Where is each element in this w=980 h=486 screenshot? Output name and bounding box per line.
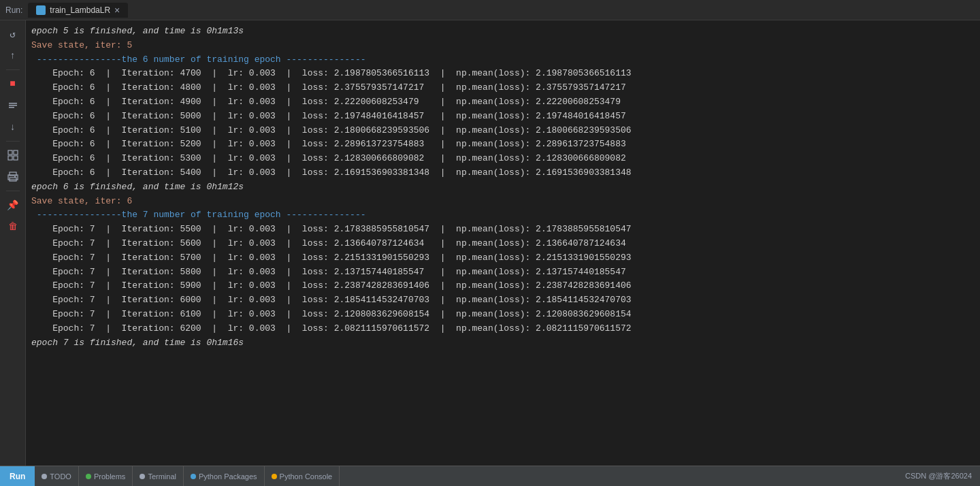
problems-tab[interactable]: Problems [79, 466, 133, 486]
tab-title: train_LambdaLR [50, 5, 110, 15]
todo-label: TODO [50, 472, 71, 481]
console-output: epoch 5 is finished, and time is 0h1m13s… [26, 20, 980, 466]
top-bar: Run: train_LambdaLR × [0, 0, 980, 20]
console-line: Epoch: 6 | Iteration: 5100 | lr: 0.003 |… [31, 124, 975, 138]
console-lines: epoch 5 is finished, and time is 0h1m13s… [31, 25, 975, 350]
sidebar: ↺ ↑ ■ ↓ 📌 🗑 [0, 20, 26, 466]
run-button[interactable]: Run [0, 466, 35, 486]
clear-icon [7, 100, 18, 111]
svg-rect-4 [14, 150, 18, 155]
terminal-tab[interactable]: Terminal [133, 466, 184, 486]
console-line: Save state, iter: 6 [31, 195, 975, 209]
delete-button[interactable]: 🗑 [3, 217, 22, 236]
sidebar-divider-1 [6, 69, 20, 70]
console-line: epoch 5 is finished, and time is 0h1m13s [31, 25, 975, 39]
active-tab[interactable]: train_LambdaLR × [28, 3, 128, 18]
layout-icon [7, 150, 18, 161]
python-packages-tab[interactable]: Python Packages [184, 466, 265, 486]
tab-close-button[interactable]: × [114, 5, 120, 15]
console-line: Epoch: 6 | Iteration: 4900 | lr: 0.003 |… [31, 95, 975, 110]
svg-rect-0 [9, 103, 17, 104]
console-line: Epoch: 7 | Iteration: 5500 | lr: 0.003 |… [31, 223, 975, 237]
terminal-label: Terminal [148, 472, 176, 481]
python-packages-label: Python Packages [199, 472, 257, 481]
console-line: Epoch: 6 | Iteration: 5200 | lr: 0.003 |… [31, 137, 975, 152]
svg-rect-6 [14, 156, 18, 160]
clear-button[interactable] [3, 96, 22, 115]
run-button-label: Run [10, 472, 25, 481]
console-line: epoch 7 is finished, and time is 0h1m16s [31, 336, 975, 351]
print-icon [7, 172, 18, 182]
todo-tab[interactable]: TODO [35, 466, 79, 486]
terminal-dot [140, 474, 145, 479]
python-console-label: Python Console [280, 472, 333, 481]
layout-button[interactable] [3, 146, 22, 165]
svg-rect-5 [8, 156, 12, 160]
console-line: Epoch: 7 | Iteration: 5800 | lr: 0.003 |… [31, 265, 975, 280]
console-line: Epoch: 6 | Iteration: 4700 | lr: 0.003 |… [31, 67, 975, 81]
pin-button[interactable]: 📌 [3, 195, 22, 214]
sidebar-divider-3 [6, 191, 20, 191]
console-line: Epoch: 7 | Iteration: 6200 | lr: 0.003 |… [31, 322, 975, 336]
todo-dot [42, 474, 47, 479]
run-label: Run: [5, 5, 22, 15]
svg-rect-10 [14, 176, 16, 178]
python-file-icon [36, 5, 46, 15]
python-console-tab[interactable]: Python Console [265, 466, 340, 486]
sidebar-divider-2 [6, 141, 20, 142]
python-console-dot [272, 474, 277, 479]
console-line: Epoch: 6 | Iteration: 5400 | lr: 0.003 |… [31, 166, 975, 180]
console-line: Epoch: 6 | Iteration: 5300 | lr: 0.003 |… [31, 152, 975, 166]
svg-rect-2 [9, 107, 14, 108]
console-line: Save state, iter: 5 [31, 39, 975, 53]
console-line: ----------------the 6 number of training… [31, 53, 975, 67]
scroll-up-button[interactable]: ↑ [3, 46, 22, 65]
python-packages-dot [191, 474, 196, 479]
console-line: Epoch: 6 | Iteration: 4800 | lr: 0.003 |… [31, 81, 975, 95]
rerun-button[interactable]: ↺ [3, 25, 22, 44]
problems-label: Problems [94, 472, 125, 481]
console-line: ----------------the 7 number of training… [31, 208, 975, 223]
right-info: CSDN @游客26024 [897, 471, 980, 481]
console-line: Epoch: 7 | Iteration: 5700 | lr: 0.003 |… [31, 251, 975, 265]
status-bar: Run TODO Problems Terminal Python Packag… [0, 466, 980, 486]
svg-rect-1 [9, 105, 17, 106]
console-line: Epoch: 7 | Iteration: 5600 | lr: 0.003 |… [31, 237, 975, 251]
svg-rect-3 [8, 150, 12, 155]
console-line: Epoch: 6 | Iteration: 5000 | lr: 0.003 |… [31, 110, 975, 124]
problems-dot [86, 474, 91, 479]
stop-button[interactable]: ■ [3, 74, 22, 93]
print-button[interactable] [3, 167, 22, 187]
console-line: Epoch: 7 | Iteration: 6100 | lr: 0.003 |… [31, 308, 975, 322]
console-line: Epoch: 7 | Iteration: 5900 | lr: 0.003 |… [31, 279, 975, 293]
scroll-down-button[interactable]: ↓ [3, 118, 22, 137]
console-line: epoch 6 is finished, and time is 0h1m12s [31, 180, 975, 195]
console-line: Epoch: 7 | Iteration: 6000 | lr: 0.003 |… [31, 293, 975, 308]
